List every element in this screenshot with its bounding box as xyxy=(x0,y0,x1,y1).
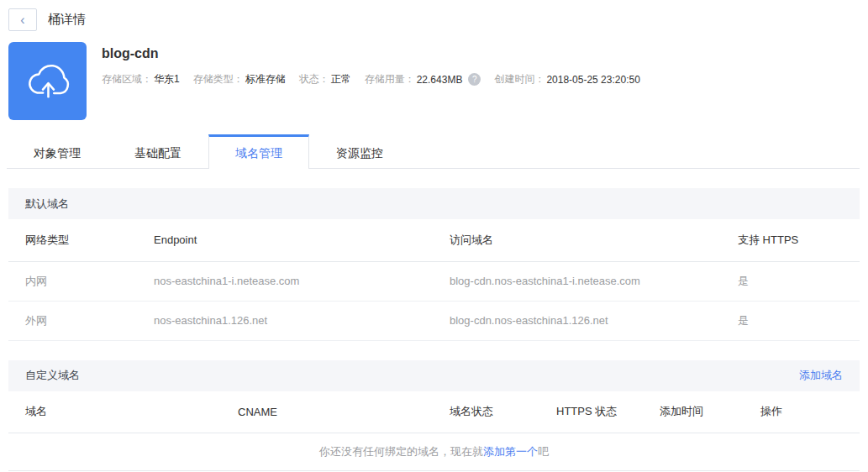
cell-access-domain: blog-cdn.nos-eastchina1-i.netease.com xyxy=(450,261,738,301)
page-title: 桶详情 xyxy=(48,12,86,28)
custom-domain-table: 域名 CNAME 域名状态 HTTPS 状态 添加时间 操作 xyxy=(8,391,860,434)
col-network-type: 网络类型 xyxy=(8,219,154,261)
table-header-row: 网络类型 Endpoint 访问域名 支持 HTTPS xyxy=(8,219,860,261)
default-domain-section: 默认域名 网络类型 Endpoint 访问域名 支持 HTTPS 内网 nos-… xyxy=(8,188,860,341)
tab-object-management[interactable]: 对象管理 xyxy=(7,134,108,168)
default-domain-section-header: 默认域名 xyxy=(8,188,860,219)
tab-domain-management[interactable]: 域名管理 xyxy=(208,134,309,169)
meta-region: 存储区域： 华东1 xyxy=(102,72,180,87)
meta-usage: 存储用量： 22.643MB ? xyxy=(365,72,481,87)
table-header-row: 域名 CNAME 域名状态 HTTPS 状态 添加时间 操作 xyxy=(8,391,860,433)
col-domain-status: 域名状态 xyxy=(450,391,556,433)
col-https-support: 支持 HTTPS xyxy=(738,219,860,261)
table-row: 外网 nos-eastchina1.126.net blog-cdn.nos-e… xyxy=(8,301,860,340)
bucket-meta: 存储区域： 华东1 存储类型： 标准存储 状态： 正常 存储用量： 22.643… xyxy=(102,72,654,87)
section-title: 默认域名 xyxy=(25,197,69,212)
help-icon[interactable]: ? xyxy=(468,73,481,86)
cell-endpoint: nos-eastchina1.126.net xyxy=(154,301,450,340)
meta-created: 创建时间： 2018-05-25 23:20:50 xyxy=(494,72,639,87)
col-endpoint: Endpoint xyxy=(154,219,450,261)
cell-network-type: 外网 xyxy=(8,301,154,340)
empty-state: 你还没有任何绑定的域名，现在就添加第一个吧 xyxy=(8,433,860,471)
custom-domain-section-header: 自定义域名 添加域名 xyxy=(8,360,860,391)
back-button[interactable]: ‹ xyxy=(8,8,37,31)
col-domain: 域名 xyxy=(8,391,238,433)
tab-basic-config[interactable]: 基础配置 xyxy=(108,134,208,168)
cloud-upload-icon xyxy=(22,54,74,109)
cell-endpoint: nos-eastchina1-i.netease.com xyxy=(154,261,450,301)
bucket-name: blog-cdn xyxy=(102,46,654,61)
empty-text-prefix: 你还没有任何绑定的域名，现在就 xyxy=(319,444,483,459)
cell-https-support: 是 xyxy=(738,261,860,301)
tab-resource-monitor[interactable]: 资源监控 xyxy=(309,134,410,168)
add-domain-link[interactable]: 添加域名 xyxy=(799,368,843,383)
table-row: 内网 nos-eastchina1-i.netease.com blog-cdn… xyxy=(8,261,860,301)
meta-storage-type: 存储类型： 标准存储 xyxy=(193,72,286,87)
bucket-header: blog-cdn 存储区域： 华东1 存储类型： 标准存储 状态： 正常 存储用… xyxy=(8,42,868,120)
empty-text-suffix: 吧 xyxy=(538,444,549,459)
default-domain-table: 网络类型 Endpoint 访问域名 支持 HTTPS 内网 nos-eastc… xyxy=(8,219,860,341)
col-access-domain: 访问域名 xyxy=(450,219,738,261)
col-cname: CNAME xyxy=(238,391,450,433)
col-add-time: 添加时间 xyxy=(660,391,760,433)
cell-https-support: 是 xyxy=(738,301,860,340)
tab-bar: 对象管理 基础配置 域名管理 资源监控 xyxy=(7,134,860,169)
cell-access-domain: blog-cdn.nos-eastchina1.126.net xyxy=(450,301,738,340)
cell-network-type: 内网 xyxy=(8,261,154,301)
meta-status: 状态： 正常 xyxy=(299,72,351,87)
add-first-domain-link[interactable]: 添加第一个 xyxy=(483,444,538,459)
section-title: 自定义域名 xyxy=(25,368,80,383)
bucket-icon xyxy=(8,42,87,120)
topbar: ‹ 桶详情 xyxy=(0,0,868,31)
col-actions: 操作 xyxy=(760,391,860,433)
chevron-left-icon: ‹ xyxy=(20,13,24,27)
custom-domain-section: 自定义域名 添加域名 域名 CNAME 域名状态 HTTPS 状态 添加时间 操… xyxy=(8,360,860,472)
col-https-status: HTTPS 状态 xyxy=(556,391,660,433)
